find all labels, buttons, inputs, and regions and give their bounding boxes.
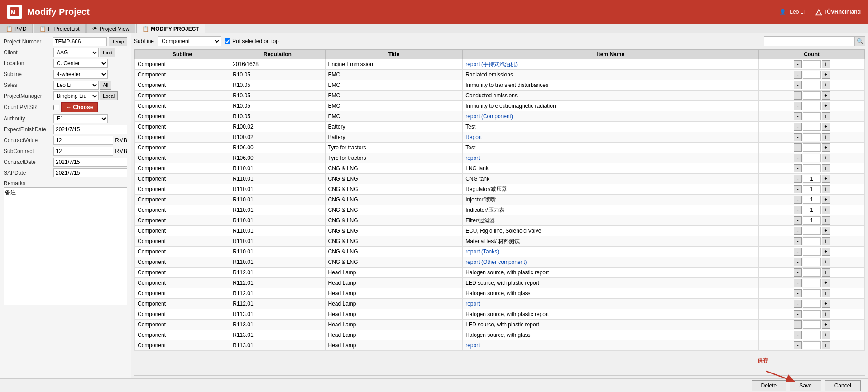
count-minus-button[interactable]: - <box>794 196 802 204</box>
sap-date-input[interactable] <box>53 168 127 177</box>
cell-itemname[interactable]: report (Component) <box>463 111 759 122</box>
count-plus-button[interactable]: + <box>822 237 830 245</box>
count-plus-button[interactable]: + <box>822 112 830 120</box>
count-plus-button[interactable]: + <box>822 331 830 339</box>
count-input[interactable] <box>803 175 821 183</box>
count-pm-sr-checkbox[interactable] <box>53 105 59 110</box>
count-minus-button[interactable]: - <box>794 227 802 235</box>
count-input[interactable] <box>803 81 821 89</box>
search-input[interactable] <box>764 36 854 46</box>
count-plus-button[interactable]: + <box>822 133 830 141</box>
count-plus-button[interactable]: + <box>822 175 830 183</box>
count-plus-button[interactable]: + <box>822 289 830 297</box>
count-plus-button[interactable]: + <box>822 300 830 308</box>
count-input[interactable] <box>803 196 821 204</box>
count-plus-button[interactable]: + <box>822 279 830 287</box>
temp-button[interactable]: Temp <box>109 37 127 46</box>
count-input[interactable] <box>803 279 821 287</box>
count-minus-button[interactable]: - <box>794 164 802 172</box>
count-plus-button[interactable]: + <box>822 71 830 79</box>
count-plus-button[interactable]: + <box>822 206 830 214</box>
count-input[interactable] <box>803 258 821 266</box>
cell-itemname[interactable]: report (Other component) <box>463 257 759 268</box>
count-input[interactable] <box>803 91 821 100</box>
count-minus-button[interactable]: - <box>794 91 802 100</box>
count-input[interactable] <box>803 310 821 318</box>
location-select[interactable]: C. Center <box>53 59 108 68</box>
count-input[interactable] <box>803 154 821 162</box>
count-plus-button[interactable]: + <box>822 123 830 131</box>
count-input[interactable] <box>803 71 821 79</box>
choose-button[interactable]: ← Choose <box>61 102 98 112</box>
count-plus-button[interactable]: + <box>822 81 830 89</box>
count-minus-button[interactable]: - <box>794 248 802 256</box>
count-plus-button[interactable]: + <box>822 227 830 235</box>
search-button[interactable]: 🔍 <box>854 36 865 46</box>
project-number-input[interactable] <box>53 37 107 46</box>
count-plus-button[interactable]: + <box>822 216 830 225</box>
project-manager-select[interactable]: Bingbing Liu <box>53 91 99 100</box>
count-plus-button[interactable]: + <box>822 91 830 100</box>
count-minus-button[interactable]: - <box>794 175 802 183</box>
contract-date-input[interactable] <box>53 158 127 167</box>
count-input[interactable] <box>803 341 821 349</box>
count-minus-button[interactable]: - <box>794 133 802 141</box>
count-minus-button[interactable]: - <box>794 320 802 329</box>
count-input[interactable] <box>803 331 821 339</box>
count-minus-button[interactable]: - <box>794 237 802 245</box>
count-minus-button[interactable]: - <box>794 102 802 110</box>
tab-f-project-list[interactable]: 📋 F_ProjectList <box>34 24 86 33</box>
count-plus-button[interactable]: + <box>822 60 830 68</box>
count-input[interactable] <box>803 227 821 235</box>
delete-button[interactable]: Delete <box>752 380 786 391</box>
count-minus-button[interactable]: - <box>794 81 802 89</box>
count-minus-button[interactable]: - <box>794 154 802 162</box>
count-input[interactable] <box>803 206 821 214</box>
find-button[interactable]: Find <box>100 48 115 57</box>
count-minus-button[interactable]: - <box>794 289 802 297</box>
cell-itemname[interactable]: report <box>463 153 759 163</box>
count-input[interactable] <box>803 143 821 152</box>
subcontract-input[interactable] <box>53 147 113 156</box>
cell-itemname[interactable]: report <box>463 299 759 309</box>
count-input[interactable] <box>803 248 821 256</box>
contract-value-input[interactable] <box>53 136 113 145</box>
count-minus-button[interactable]: - <box>794 216 802 225</box>
all-button[interactable]: All <box>100 81 111 90</box>
put-selected-top-checkbox[interactable] <box>225 38 230 44</box>
subline-left-select[interactable]: 4-wheeler <box>53 70 108 79</box>
count-plus-button[interactable]: + <box>822 196 830 204</box>
count-plus-button[interactable]: + <box>822 102 830 110</box>
count-minus-button[interactable]: - <box>794 341 802 349</box>
count-input[interactable] <box>803 60 821 68</box>
count-input[interactable] <box>803 112 821 120</box>
count-minus-button[interactable]: - <box>794 112 802 120</box>
count-plus-button[interactable]: + <box>822 154 830 162</box>
count-minus-button[interactable]: - <box>794 71 802 79</box>
count-plus-button[interactable]: + <box>822 185 830 193</box>
count-input[interactable] <box>803 164 821 172</box>
count-plus-button[interactable]: + <box>822 268 830 277</box>
cell-itemname[interactable]: Report <box>463 132 759 143</box>
count-input[interactable] <box>803 268 821 277</box>
cancel-button[interactable]: Cancel <box>825 380 861 391</box>
tab-pmd[interactable]: 📋 PMD <box>0 24 33 33</box>
tab-project-view[interactable]: 👁 Project View <box>86 24 135 33</box>
count-plus-button[interactable]: + <box>822 248 830 256</box>
local-button[interactable]: Local <box>100 91 118 100</box>
count-minus-button[interactable]: - <box>794 331 802 339</box>
count-plus-button[interactable]: + <box>822 341 830 349</box>
count-plus-button[interactable]: + <box>822 143 830 152</box>
save-button[interactable]: Save <box>790 380 821 391</box>
count-minus-button[interactable]: - <box>794 310 802 318</box>
count-input[interactable] <box>803 300 821 308</box>
count-input[interactable] <box>803 123 821 131</box>
cell-itemname[interactable]: report <box>463 340 759 351</box>
count-minus-button[interactable]: - <box>794 258 802 266</box>
count-plus-button[interactable]: + <box>822 310 830 318</box>
count-minus-button[interactable]: - <box>794 60 802 68</box>
client-select[interactable]: AAG <box>53 48 99 57</box>
count-plus-button[interactable]: + <box>822 164 830 172</box>
cell-itemname[interactable]: report (Tanks) <box>463 247 759 257</box>
count-minus-button[interactable]: - <box>794 206 802 214</box>
